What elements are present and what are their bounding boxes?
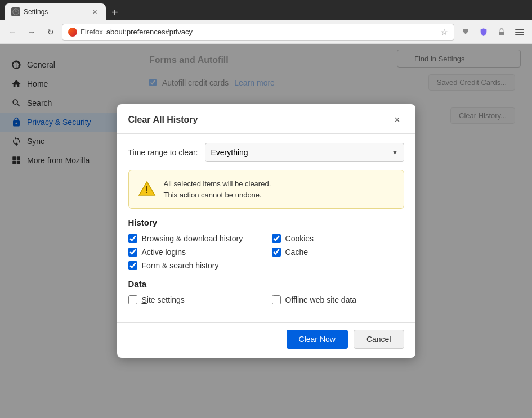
- forward-button[interactable]: →: [24, 24, 39, 40]
- clear-now-button[interactable]: Clear Now: [287, 330, 348, 349]
- offline-data-checkbox-row: Offline web site data: [272, 295, 404, 304]
- svg-rect-1: [499, 32, 504, 35]
- browsing-history-label[interactable]: Browsing & download history: [142, 234, 243, 243]
- form-search-checkbox-row: Form & search history: [128, 261, 261, 270]
- cache-label[interactable]: Cache: [285, 248, 308, 257]
- lock-icon-button[interactable]: [494, 24, 509, 40]
- site-settings-checkbox-row: Site settings: [128, 295, 261, 304]
- svg-rect-2: [515, 29, 524, 30]
- tab-close-button[interactable]: ✕: [90, 7, 99, 16]
- new-tab-button[interactable]: +: [108, 6, 122, 19]
- time-range-row: Time range to clear: Everything Last Hou…: [128, 143, 404, 162]
- time-range-label: Time range to clear:: [128, 148, 198, 157]
- cookies-checkbox[interactable]: [272, 234, 281, 243]
- settings-tab[interactable]: Settings ✕: [5, 3, 106, 20]
- history-checkbox-grid: Browsing & download history Cookies Acti…: [128, 234, 404, 270]
- menu-button[interactable]: [512, 24, 527, 40]
- firefox-logo-icon: [68, 28, 77, 37]
- modal-footer: Clear Now Cancel: [117, 322, 415, 358]
- bookmark-icon[interactable]: ☆: [441, 28, 448, 37]
- warning-box: ! All selected items will be cleared. Th…: [128, 170, 404, 209]
- browsing-history-checkbox[interactable]: [128, 234, 137, 243]
- cache-checkbox-row: Cache: [272, 248, 404, 257]
- svg-rect-3: [515, 32, 524, 33]
- cookies-label[interactable]: Cookies: [285, 234, 314, 243]
- nav-icon-group: [458, 24, 527, 40]
- modal-body: Time range to clear: Everything Last Hou…: [117, 134, 415, 322]
- active-logins-checkbox[interactable]: [128, 248, 137, 257]
- data-checkbox-grid: Site settings Offline web site data: [128, 295, 404, 304]
- svg-text:!: !: [145, 185, 148, 195]
- form-search-label[interactable]: Form & search history: [142, 261, 219, 270]
- warning-line2: This action cannot be undone.: [164, 191, 262, 199]
- url-text: about:preferences#privacy: [106, 28, 437, 36]
- time-range-select-wrapper: Everything Last Hour Last Two Hours Last…: [205, 143, 404, 162]
- svg-rect-4: [515, 34, 524, 35]
- nav-bar: ← → ↻ Firefox about:preferences#privacy …: [0, 20, 532, 44]
- modal-backdrop: Clear All History × Time range to clear:…: [0, 44, 532, 418]
- reload-button[interactable]: ↻: [43, 24, 59, 40]
- active-logins-label[interactable]: Active logins: [142, 248, 186, 257]
- firefox-label: Firefox: [81, 28, 103, 36]
- cookies-checkbox-row: Cookies: [272, 234, 404, 243]
- warning-text: All selected items will be cleared. This…: [164, 178, 271, 200]
- warning-triangle-icon: !: [138, 179, 156, 197]
- modal-close-button[interactable]: ×: [391, 113, 404, 127]
- tab-bar: Settings ✕ +: [0, 0, 532, 20]
- warning-line1: All selected items will be cleared.: [164, 179, 271, 188]
- history-heading: History: [128, 218, 404, 227]
- tab-favicon: [11, 7, 20, 16]
- tab-title-text: Settings: [24, 8, 87, 16]
- shield-icon-button[interactable]: [476, 24, 491, 40]
- site-settings-checkbox[interactable]: [128, 295, 137, 304]
- modal-header: Clear All History ×: [117, 104, 415, 134]
- content-area: General Home Search Privacy & Security: [0, 44, 532, 418]
- url-bar[interactable]: Firefox about:preferences#privacy ☆: [62, 24, 454, 41]
- cache-checkbox[interactable]: [272, 248, 281, 257]
- pocket-icon-button[interactable]: [458, 24, 473, 40]
- site-settings-label[interactable]: Site settings: [142, 295, 185, 304]
- cancel-button[interactable]: Cancel: [354, 330, 404, 349]
- data-heading: Data: [128, 279, 404, 289]
- clear-history-modal: Clear All History × Time range to clear:…: [117, 104, 415, 358]
- time-range-select[interactable]: Everything Last Hour Last Two Hours Last…: [205, 143, 404, 162]
- offline-data-checkbox[interactable]: [272, 295, 281, 304]
- modal-title: Clear All History: [128, 115, 198, 125]
- offline-data-label[interactable]: Offline web site data: [285, 295, 357, 304]
- back-button[interactable]: ←: [5, 24, 20, 40]
- browsing-history-checkbox-row: Browsing & download history: [128, 234, 261, 243]
- active-logins-checkbox-row: Active logins: [128, 248, 261, 257]
- form-search-checkbox[interactable]: [128, 261, 137, 270]
